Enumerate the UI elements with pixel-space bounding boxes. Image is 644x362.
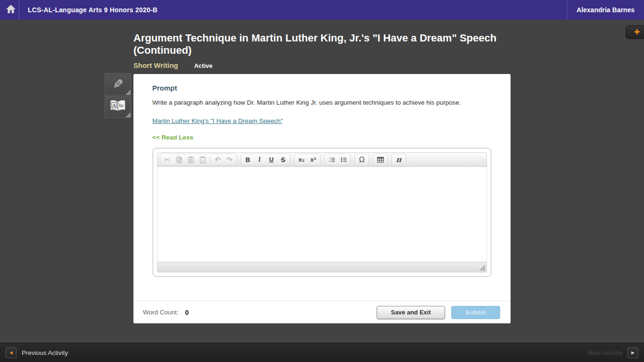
svg-text:bc: bc <box>119 102 124 108</box>
previous-activity-label: Previous Activity <box>22 349 68 356</box>
script-group: x₂ x² <box>294 154 321 165</box>
dictionary-icon: A bc <box>109 99 127 115</box>
numbered-list-icon[interactable]: 12 <box>326 155 338 165</box>
footer-bar: ◀ Previous Activity Next Activity ▶ <box>0 343 644 362</box>
resize-handle[interactable] <box>479 264 485 271</box>
next-activity-button[interactable]: ▶ <box>627 347 638 358</box>
prompt-text: Write a paragraph analyzing how Dr. Mart… <box>152 99 492 106</box>
word-count-value: 0 <box>185 309 189 316</box>
previous-activity-button[interactable]: ◀ <box>6 347 17 358</box>
activity-card: Prompt Write a paragraph analyzing how D… <box>133 74 511 323</box>
underline-icon[interactable]: U <box>265 155 277 165</box>
header-divider <box>19 0 19 20</box>
basicstyles-group: B I U S <box>240 154 290 165</box>
undo-icon[interactable]: ↶ <box>212 155 223 165</box>
resource-link[interactable]: Martin Luther King's "I Have a Dream Spe… <box>152 117 283 124</box>
user-name[interactable]: Alexandria Barnes <box>567 6 644 14</box>
svg-text:2: 2 <box>329 159 330 162</box>
activity-header: Argument Technique in Martin Luther King… <box>133 32 501 69</box>
strikethrough-icon[interactable]: S <box>277 155 289 165</box>
right-arrow-icon: ▶ <box>631 351 635 355</box>
paste-text-icon[interactable]: T <box>197 155 208 165</box>
corner-fold <box>125 90 131 95</box>
specialchar-group: Ω <box>355 154 369 165</box>
superscript-icon[interactable]: x² <box>307 155 319 165</box>
activity-type-label: Short Writing <box>133 61 178 69</box>
subscript-icon[interactable]: x₂ <box>296 155 307 165</box>
copy-icon[interactable] <box>173 155 185 165</box>
italic-icon[interactable]: I <box>254 155 265 165</box>
home-icon <box>5 3 17 16</box>
submit-button[interactable]: Submit <box>451 306 500 319</box>
left-arrow-icon: ◀ <box>9 351 13 355</box>
table-icon[interactable] <box>374 155 386 165</box>
word-count-label: Word Count: <box>143 309 179 316</box>
save-and-exit-button[interactable]: Save and Exit <box>377 306 445 319</box>
editor-text-area[interactable] <box>157 167 487 262</box>
math-group: π <box>391 154 406 165</box>
prompt-heading: Prompt <box>152 84 492 92</box>
status-badge: Active <box>194 62 213 69</box>
redo-icon[interactable]: ↷ <box>223 155 235 165</box>
course-title: LCS-AL-Language Arts 9 Honors 2020-B <box>28 6 157 14</box>
list-group: 12 <box>324 154 351 165</box>
paste-icon[interactable] <box>185 155 197 165</box>
svg-text:A: A <box>112 102 116 108</box>
rich-text-editor: ✂ T ↶ ↷ B I U <box>153 148 491 277</box>
special-character-icon[interactable]: Ω <box>356 155 368 165</box>
next-activity-label: Next Activity <box>587 349 622 356</box>
table-group <box>373 154 388 165</box>
math-icon[interactable]: π <box>393 155 405 165</box>
svg-text:T: T <box>201 158 204 163</box>
dictionary-tool-button[interactable]: A bc <box>105 96 131 118</box>
plus-icon: ✚ <box>634 28 640 36</box>
read-less-link[interactable]: << Read Less <box>152 134 492 141</box>
card-status-bar: Word Count: 0 Save and Exit Submit <box>133 301 511 323</box>
bold-icon[interactable]: B <box>242 155 254 165</box>
corner-fold <box>125 112 131 117</box>
editor-bottom-bar <box>157 262 487 272</box>
cut-icon[interactable]: ✂ <box>161 155 173 165</box>
bullet-list-icon[interactable] <box>338 155 349 165</box>
clipboard-group: ✂ T ↶ ↷ <box>160 154 237 165</box>
tool-rail: ✎ A bc <box>105 73 131 118</box>
header-bar: LCS-AL-Language Arts 9 Honors 2020-B Ale… <box>0 0 644 20</box>
toolbar-separator <box>210 156 210 164</box>
pencil-icon: ✎ <box>113 78 124 90</box>
page-title: Argument Technique in Martin Luther King… <box>133 32 501 57</box>
editor-toolbar: ✂ T ↶ ↷ B I U <box>157 152 487 167</box>
highlighter-tool-button[interactable]: ✎ <box>105 73 131 95</box>
add-button[interactable]: ✚ <box>626 25 644 39</box>
home-button[interactable] <box>3 0 19 20</box>
